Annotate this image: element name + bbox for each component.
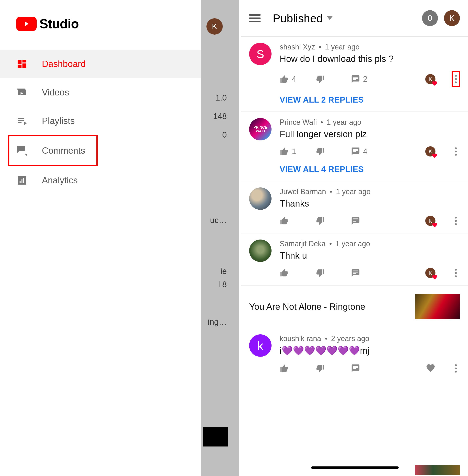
notification-badge[interactable]: 0 [422, 10, 438, 26]
avatar[interactable] [249, 240, 272, 262]
text-snippet: ing… [208, 318, 227, 327]
sidebar-item-analytics[interactable]: Analytics [0, 166, 201, 195]
creator-heart-icon[interactable]: K [425, 268, 436, 278]
view-replies-link[interactable]: VIEW ALL 2 REPLIES [280, 95, 460, 104]
sidebar-item-label: Comments [42, 146, 85, 156]
comment-item: Juwel Barman • 1 year ago Thanks K [241, 181, 468, 233]
sidebar-item-comments[interactable]: Comments [8, 135, 98, 166]
like-button[interactable] [280, 364, 315, 373]
comment-item: k koushik rana • 2 years ago i💜💜💜💜💜💜💜mj [241, 328, 468, 381]
reply-count: 2 [363, 75, 367, 83]
backdrop-overlay: K 1.0 148 0 uc… ie l 8 ing… [201, 0, 239, 476]
avatar[interactable]: S [249, 43, 272, 65]
text-snippet: uc… [210, 216, 227, 225]
dislike-button[interactable] [315, 268, 351, 277]
text-snippet: l 8 [218, 280, 227, 289]
comment-time: 1 year ago [336, 187, 371, 196]
avatar[interactable]: k [249, 334, 272, 357]
video-title: You Are Not Alone - Ringtone [249, 302, 365, 312]
reply-button[interactable]: 2 [351, 75, 386, 84]
comment-text: Full longer version plz [280, 129, 460, 139]
comment-author[interactable]: Prince Wafi [280, 118, 317, 126]
sidebar-item-playlists[interactable]: Playlists [0, 107, 201, 135]
sidebar-item-videos[interactable]: Videos [0, 78, 201, 107]
reply-button[interactable]: 4 [351, 147, 386, 156]
page-title-dropdown[interactable]: Published [273, 12, 422, 25]
youtube-icon [16, 17, 37, 31]
stat-value: 0 [222, 130, 227, 139]
like-button[interactable]: 1 [280, 147, 315, 156]
comment-actions: K [280, 216, 460, 226]
comment-actions: K [280, 268, 460, 278]
menu-icon[interactable] [249, 12, 261, 24]
left-panel: Studio Dashboard Videos Playlists Commen… [0, 0, 239, 476]
brand-text: Studio [40, 16, 79, 31]
sidebar-item-label: Playlists [42, 116, 75, 126]
comment-time: 1 year ago [325, 43, 360, 51]
topbar: Published 0 K [241, 0, 468, 37]
video-thumbnail [415, 294, 460, 319]
comment-author[interactable]: shashi Xyz [280, 43, 315, 51]
sidebar-item-dashboard[interactable]: Dashboard [0, 50, 201, 78]
reply-button[interactable] [351, 364, 386, 373]
reply-count: 4 [363, 147, 367, 156]
like-button[interactable] [280, 268, 315, 277]
analytics-icon [16, 175, 28, 186]
comment-text: How do I download this pls ? [280, 54, 460, 64]
dislike-button[interactable] [315, 216, 351, 226]
comment-author[interactable]: koushik rana [280, 334, 321, 343]
avatar[interactable]: PRINCE WAFI [249, 118, 272, 140]
creator-heart-icon[interactable]: K [425, 146, 436, 156]
comment-author[interactable]: Samarjit Deka [280, 240, 326, 248]
comment-time: 2 years ago [331, 334, 369, 343]
comment-author[interactable]: Juwel Barman [280, 187, 326, 196]
video-thumbnail [203, 427, 228, 446]
comment-item: S shashi Xyz • 1 year ago How do I downl… [241, 37, 468, 112]
comment-item: PRINCE WAFI Prince Wafi • 1 year ago Ful… [241, 112, 468, 181]
more-button[interactable] [452, 364, 460, 373]
heart-button[interactable] [426, 363, 436, 374]
more-button[interactable] [452, 269, 460, 277]
right-panel: Published 0 K S shashi Xyz • 1 year ago … [239, 0, 468, 476]
comment-text: i💜💜💜💜💜💜💜mj [280, 345, 460, 356]
comment-meta: koushik rana • 2 years ago [280, 334, 460, 343]
creator-heart-icon[interactable]: K [425, 216, 436, 226]
dislike-button[interactable] [315, 75, 351, 84]
like-button[interactable] [280, 216, 315, 226]
reply-button[interactable] [351, 268, 386, 277]
sidebar-item-label: Dashboard [42, 59, 86, 69]
playlists-icon [16, 115, 28, 127]
avatar[interactable]: K [444, 10, 460, 26]
comment-time: 1 year ago [327, 118, 361, 126]
comment-meta: Prince Wafi • 1 year ago [280, 118, 460, 127]
dashboard-icon [16, 58, 28, 70]
avatar[interactable] [249, 187, 272, 210]
more-button[interactable] [452, 71, 460, 87]
dislike-button[interactable] [315, 147, 351, 156]
stat-value: 148 [213, 112, 227, 121]
video-separator[interactable]: You Are Not Alone - Ringtone [241, 286, 468, 328]
comment-actions [280, 363, 460, 374]
like-button[interactable]: 4 [280, 75, 315, 84]
view-replies-link[interactable]: VIEW ALL 4 REPLIES [280, 165, 460, 174]
reply-button[interactable] [351, 216, 386, 226]
sidebar-item-label: Videos [42, 87, 69, 97]
text-snippet: ie [220, 267, 227, 276]
comment-actions: 4 2 K [280, 71, 460, 87]
dislike-button[interactable] [315, 364, 351, 373]
brand: Studio [0, 0, 201, 50]
videos-icon [16, 87, 28, 98]
like-count: 1 [292, 147, 296, 156]
comment-text: Thnk u [280, 250, 460, 261]
comment-meta: Juwel Barman • 1 year ago [280, 187, 460, 196]
more-button[interactable] [452, 217, 460, 225]
comment-time: 1 year ago [336, 240, 370, 248]
page-title-text: Published [273, 12, 323, 25]
creator-heart-icon[interactable]: K [425, 74, 436, 84]
comment-meta: shashi Xyz • 1 year ago [280, 43, 460, 51]
like-count: 4 [292, 75, 296, 83]
comments-icon [16, 145, 28, 156]
comment-item: Samarjit Deka • 1 year ago Thnk u K [241, 233, 468, 286]
comment-text: Thanks [280, 199, 460, 209]
more-button[interactable] [452, 147, 460, 156]
